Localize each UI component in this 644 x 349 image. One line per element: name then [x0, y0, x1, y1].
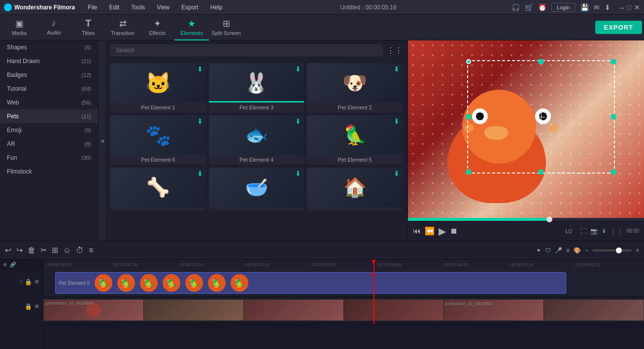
download-pet9-icon[interactable]: ⬇	[394, 170, 400, 177]
timer-button[interactable]: ⏱	[76, 246, 84, 255]
element-card-pet6[interactable]: 🐾 ⬇ Pet Element 6	[110, 115, 206, 165]
element-card-pet8[interactable]: 🥣 ⬇	[209, 168, 305, 211]
download-pet1-icon[interactable]: ⬇	[197, 65, 203, 73]
in-marker[interactable]: {	[612, 227, 615, 235]
lock-icon-2[interactable]: 🔒	[25, 303, 32, 310]
sidebar-item-filmstock[interactable]: Filmstock	[0, 165, 98, 178]
menu-tools[interactable]: Tools	[128, 3, 148, 12]
step-back-button[interactable]: ⏪	[425, 226, 435, 236]
element-card-pet7[interactable]: 🦴 ⬇	[110, 168, 206, 211]
sidebar-item-fun[interactable]: Fun (30)	[0, 151, 98, 165]
timeline-body: ⊕ 🔗 2 🔒 👁 🔒 👁 00:00:00:00 00:0	[0, 260, 644, 349]
sidebar-item-tutorial[interactable]: Tutorial (64)	[0, 82, 98, 96]
download-pet5-icon[interactable]: ⬇	[394, 117, 400, 125]
element-label-pet7	[110, 207, 206, 211]
stop-button[interactable]: ⏹	[450, 227, 458, 236]
magnet-icon[interactable]: ⊕	[3, 262, 7, 267]
element-card-pet2[interactable]: 🐶 ⬇ Pet Element 2	[307, 63, 403, 112]
element-card-pet9[interactable]: 🏠 ⬇	[307, 168, 403, 211]
ruler-tick-4: 00:00:03:05	[310, 262, 376, 267]
menu-file[interactable]: File	[85, 3, 100, 12]
menu-export[interactable]: Export	[178, 3, 202, 12]
minimize-button[interactable]: –	[620, 3, 624, 11]
redo-button[interactable]: ↪	[16, 245, 23, 255]
close-button[interactable]: ✕	[634, 3, 640, 11]
element-card-pet4[interactable]: 🐟 ⬇ Pet Element 4	[209, 115, 305, 165]
out-marker[interactable]: }	[618, 227, 621, 235]
video-clip[interactable]: production_ID_4816954 production_I	[43, 299, 644, 321]
toolbar-splitscreen-label: Split Screen	[211, 30, 240, 36]
window-controls: – □ ✕	[620, 3, 640, 11]
alert-icon[interactable]: ⏰	[538, 3, 546, 11]
delete-button[interactable]: 🗑	[28, 246, 35, 255]
sidebar-item-badges[interactable]: Badges (12)	[0, 68, 98, 82]
play-button[interactable]: ▶	[439, 225, 446, 237]
download-pet4-icon[interactable]: ⬇	[295, 117, 301, 125]
headphone-icon[interactable]: 🎧	[511, 3, 520, 11]
toolbar-transition[interactable]: ⇄ Transition	[105, 15, 140, 40]
menu-bar: Wondershare Filmora File Edit Tools View…	[0, 0, 644, 15]
element-card-pet5[interactable]: 🦜 ⬇ Pet Element 5	[307, 115, 403, 165]
audio-icon[interactable]: 🎤	[555, 247, 562, 254]
download-pet8-icon[interactable]: ⬇	[295, 170, 301, 177]
render-icon[interactable]: ⬇	[602, 228, 607, 235]
toolbar-splitscreen[interactable]: ⊞ Split Screen	[209, 15, 243, 40]
prev-frame-button[interactable]: ⏮	[413, 227, 421, 236]
zoom-out-icon[interactable]: −	[585, 247, 588, 254]
sidebar-collapse-arrow[interactable]: ◀	[99, 40, 105, 241]
sidebar-item-emoji[interactable]: Emoji (9)	[0, 123, 98, 137]
link-icon[interactable]: 🔗	[10, 262, 16, 267]
eye-icon-2[interactable]: 👁	[34, 303, 40, 310]
export-button[interactable]: EXPORT	[595, 21, 642, 34]
grid-view-icon[interactable]: ⋮⋮	[387, 46, 403, 55]
login-button[interactable]: Login	[551, 3, 576, 12]
menu-help[interactable]: Help	[207, 3, 226, 12]
download-pet6-icon[interactable]: ⬇	[197, 117, 203, 125]
menu-view[interactable]: View	[154, 3, 172, 12]
mail-icon[interactable]: ✉	[594, 3, 600, 11]
sidebar-item-pets[interactable]: Pets (11)	[0, 109, 98, 123]
zoom-slider[interactable]	[592, 249, 632, 251]
fx-icon[interactable]: ✦	[536, 247, 541, 254]
sidebar-item-ar[interactable]: AR (8)	[0, 137, 98, 151]
progress-bar[interactable]	[408, 218, 644, 221]
download-pet3-icon[interactable]: ⬇	[295, 65, 301, 73]
menu-edit[interactable]: Edit	[106, 3, 122, 12]
sidebar-item-web[interactable]: Web (56)	[0, 96, 98, 109]
zoom-in-icon[interactable]: +	[636, 247, 639, 254]
element-label-pet1: Pet Element 1	[110, 103, 206, 112]
sidebar-item-shapes[interactable]: Shapes (6)	[0, 40, 98, 54]
toolbar-audio[interactable]: ♪ Audio	[36, 15, 71, 40]
element-card-pet1[interactable]: 🐱 ⬇ Pet Element 1	[110, 63, 206, 112]
sidebar-item-handdrawn[interactable]: Hand Drawn (21)	[0, 54, 98, 68]
search-input[interactable]	[110, 44, 383, 56]
download-icon[interactable]: ⬇	[605, 3, 610, 11]
cut-button[interactable]: ✂	[40, 245, 47, 255]
download-pet2-icon[interactable]: ⬇	[394, 65, 400, 73]
save-icon[interactable]: 💾	[580, 3, 589, 11]
color-icon[interactable]: 🎨	[574, 247, 581, 254]
undo-button[interactable]: ↩	[5, 245, 11, 255]
download-pet7-icon[interactable]: ⬇	[197, 170, 203, 177]
mask-icon[interactable]: 🛡	[545, 247, 551, 254]
toolbar-elements[interactable]: ★ Elements	[174, 15, 209, 40]
maximize-button[interactable]: □	[627, 3, 631, 11]
subtitle-icon[interactable]: ≡	[566, 247, 570, 254]
fullscreen-icon[interactable]: ⛶	[580, 228, 586, 235]
adjust-button[interactable]: ≡	[89, 246, 93, 255]
toolbar-effects[interactable]: ✦ Effects	[140, 15, 174, 40]
crop-button[interactable]: ⊞	[52, 245, 58, 255]
video-thumb-2	[144, 300, 244, 320]
progress-fill	[408, 218, 549, 221]
mini-bird-7: 🦜	[231, 274, 248, 292]
lock-icon-1[interactable]: 🔒	[25, 279, 32, 285]
snapshot-icon[interactable]: 📷	[590, 228, 598, 235]
element-clip[interactable]: Pet Element 5 🦜 🦜 🦜 🦜 🦜 🦜 🦜	[55, 272, 566, 294]
toolbar-media[interactable]: ▣ Media	[2, 15, 36, 40]
timeline-toolbar: ↩ ↪ 🗑 ✂ ⊞ ☺ ⏱ ≡ ✦ 🛡 🎤 ≡ 🎨 − +	[0, 241, 644, 260]
eye-icon-1[interactable]: 👁	[34, 279, 40, 285]
face-button[interactable]: ☺	[63, 246, 71, 255]
cart-icon[interactable]: 🛒	[525, 3, 533, 11]
element-card-pet3[interactable]: 🐰 ⬇ Pet Element 3	[209, 63, 305, 112]
toolbar-titles[interactable]: T Titles	[71, 15, 105, 40]
